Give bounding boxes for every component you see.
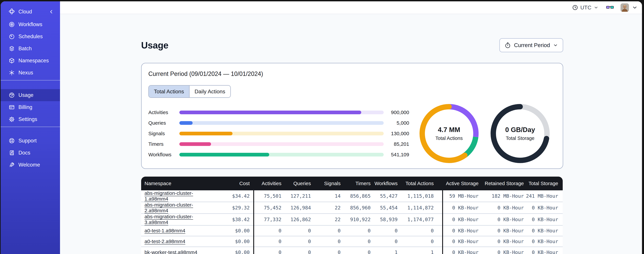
timezone-selector[interactable]: UTC [572,4,598,11]
temporal-logo-icon [8,8,15,16]
sidebar-item-welcome[interactable]: Welcome [1,159,60,171]
value-cell: 0 KB-Hour [442,225,478,236]
current-period-card: Current Period (09/01/2024 — 10/01/2024)… [141,63,563,169]
sidebar-item-schedules[interactable]: Schedules [1,30,60,42]
value-cell: 0 [282,247,311,254]
table-row: abs-migration-cluster-2.a98mm4$29.3275,4… [141,202,563,214]
value-cell: 1,174,077 [398,214,442,225]
sidebar-item-namespaces[interactable]: Namespaces [1,54,60,67]
bar-value: 900,000 [384,110,409,115]
total-storage-donut: 0 GB/Day Total Storage [490,104,550,163]
value-cell: $34.42 [216,190,254,202]
sidebar-title: Cloud [18,9,48,15]
period-selector-button[interactable]: Current Period [499,38,563,52]
value-cell: 0 KB-Hour [442,236,478,247]
bar-value: 541,109 [384,152,409,158]
sidebar-item-settings[interactable]: Settings [1,113,60,125]
tab-total-actions[interactable]: Total Actions [149,86,189,97]
column-header: Timers [340,176,370,190]
docs-book-icon [8,150,15,156]
bar-track [179,121,384,125]
total-actions-value: 4.7 MM [438,126,460,134]
value-cell: 0 [311,247,340,254]
column-header: Namespace [141,176,216,190]
column-header: Total Storage [524,176,563,190]
value-cell: $29.32 [216,202,254,214]
namespace-link[interactable]: a0-test-2.a98mm4 [144,238,185,244]
value-cell: 0 [340,236,370,247]
billing-icon [8,104,15,110]
batch-icon [8,45,15,52]
namespace-link[interactable]: bk-worker-test.a98mm4 [144,250,197,254]
namespace-link[interactable]: abs-migration-cluster-2.a98mm4 [144,202,193,213]
tab-daily-actions[interactable]: Daily Actions [189,86,230,97]
stopwatch-icon [504,42,511,48]
value-cell: 59 MB-Hour [442,190,478,202]
bar-fill [179,153,269,156]
feedback-glasses-icon[interactable] [606,5,614,10]
namespace-cell: a0-test-2.a98mm4 [141,236,216,247]
bar-value: 130,000 [384,131,409,136]
usage-bar-row: Workflows541,109 [148,152,409,158]
card-title: Current Period (09/01/2024 — 10/01/2024) [148,70,556,78]
sidebar-item-batch[interactable]: Batch [1,42,60,54]
column-header: Active Storage [442,176,478,190]
avatar[interactable] [620,3,629,12]
value-cell: 55,427 [370,190,398,202]
bar-fill [179,110,361,114]
sidebar-item-usage[interactable]: Usage [1,89,60,101]
column-header: Signals [311,176,340,190]
value-cell: 0 KB-Hour [442,202,478,214]
chevron-down-icon [553,43,558,48]
bar-label: Timers [148,141,179,147]
clock-icon [572,5,578,10]
sidebar-item-workflows[interactable]: Workflows [1,18,60,30]
sidebar-item-docs[interactable]: Docs [1,147,60,159]
value-cell: $0.00 [216,236,254,247]
value-cell: 0 [340,247,370,254]
timezone-label: UTC [580,4,591,11]
column-header: Queries [282,176,311,190]
column-header: Total Actions [398,176,442,190]
value-cell: 0 [398,225,442,236]
namespace-link[interactable]: abs-migration-cluster-1.a98mm4 [144,190,193,202]
total-actions-donut: 4.7 MM Total Actions [419,104,479,163]
value-cell: 0 KB-Hour [478,247,524,254]
sidebar-group-help: Support Docs Welcome [1,135,60,171]
table-row: abs-migration-cluster-3.a98mm4$38.4277,3… [141,214,563,225]
column-header: Cost [216,176,254,190]
value-cell: 0 [254,225,282,236]
sidebar-divider [1,127,60,127]
namespace-usage-table: NamespaceCostActivitiesQueriesSignalsTim… [141,176,563,254]
total-storage-caption: Total Storage [506,136,534,141]
namespace-link[interactable]: abs-migration-cluster-3.a98mm4 [144,214,193,225]
value-cell: 0 [398,236,442,247]
value-cell: 1 [370,247,398,254]
value-cell: 0 KB-Hour [442,214,478,225]
value-cell: 0 [370,225,398,236]
usage-bar-row: Timers85,201 [148,141,409,147]
value-cell: $0.00 [216,225,254,236]
sidebar-item-nexus[interactable]: Nexus [1,67,60,79]
sidebar-item-support[interactable]: Support [1,135,60,147]
bar-value: 85,201 [384,141,409,147]
value-cell: 1 [398,247,442,254]
chevron-down-icon [594,5,598,10]
value-cell: 856,960 [340,202,370,214]
table-row: abs-migration-cluster-1.a98mm4$34.4275,5… [141,190,563,202]
usage-bar-row: Activities900,000 [148,109,409,116]
column-header: Activities [254,176,282,190]
collapse-sidebar-icon[interactable] [48,9,54,14]
value-cell: 14 [311,190,340,202]
column-header: Retained Storage [478,176,524,190]
bar-track [179,142,384,146]
usage-bar-row: Queries5,000 [148,120,409,126]
value-cell: 126,984 [282,202,311,214]
user-menu-chevron-icon[interactable] [632,5,638,10]
namespace-link[interactable]: a0-test-1.a98mm4 [144,228,185,234]
table-row: a0-test-1.a98mm4$0.000000000 KB-Hour0 KB… [141,225,563,236]
sidebar-item-billing[interactable]: Billing [1,101,60,113]
value-cell: 75,452 [254,202,282,214]
sidebar-group-main: Workflows Schedules Batch Namespaces [1,18,60,79]
value-cell: 0 [254,247,282,254]
